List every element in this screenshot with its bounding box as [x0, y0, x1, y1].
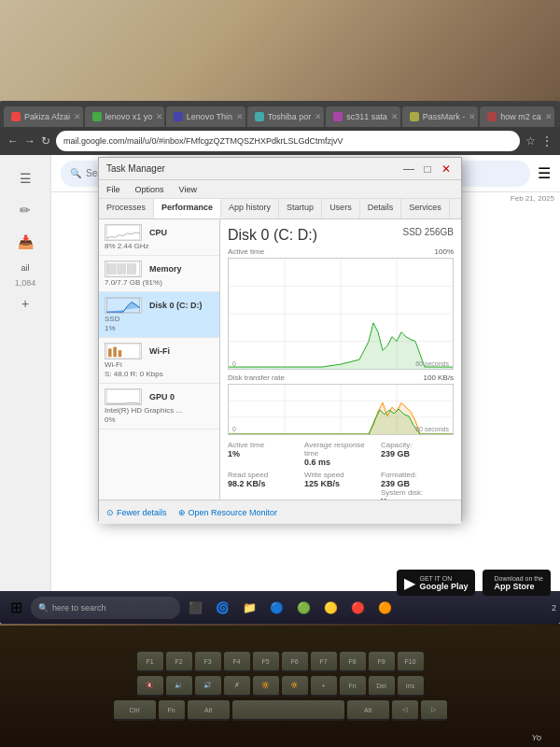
key-f7[interactable]: F7 [311, 652, 337, 672]
tm-tab-details[interactable]: Details [360, 199, 402, 218]
key-ins[interactable]: Ins [398, 676, 424, 697]
browser-tab-5[interactable]: PassMark -✕ [402, 106, 479, 127]
browser-tab-0[interactable]: Pakiza Afzai✕ [4, 106, 83, 127]
tm-process-gpu[interactable]: GPU 0 Intel(R) HD Graphics ... 0% [99, 384, 219, 430]
tm-menu-file[interactable]: File [103, 183, 124, 196]
key-f10[interactable]: F10 [398, 652, 424, 672]
back-icon[interactable]: ← [7, 134, 19, 148]
tm-minimize-button[interactable]: — [401, 162, 416, 176]
taskbar-search[interactable]: 🔍 here to search [31, 597, 180, 619]
cpu-detail: 8% 2.44 GHz [105, 242, 214, 250]
tab-close-icon[interactable]: ✕ [315, 112, 322, 121]
browser-tab-2[interactable]: Lenovo Thin✕ [166, 106, 245, 127]
disk-stats-grid: Active time 1% Average response time 0.6… [228, 441, 454, 500]
key-fn[interactable]: Fn [340, 676, 366, 697]
taskbar-app2[interactable]: 🟡 [318, 596, 343, 620]
taskbar-time: 2 [552, 603, 556, 613]
tm-process-disk[interactable]: Disk 0 (C: D:) SSD 1% [99, 292, 219, 338]
key-del[interactable]: Del [369, 676, 395, 697]
tab-close-icon[interactable]: ✕ [469, 112, 476, 121]
google-play-big: Google Play [419, 582, 468, 591]
taskbar-app3[interactable]: 🔴 [345, 596, 370, 620]
tm-maximize-button[interactable]: □ [420, 162, 435, 176]
fewer-details-button[interactable]: ⊙ Fewer details [106, 508, 167, 517]
tm-menu-view[interactable]: View [175, 183, 201, 196]
inbox-count: 1,084 [9, 276, 42, 289]
key-f2[interactable]: F2 [166, 652, 192, 672]
browser-tab-4[interactable]: sc311 sata✕ [326, 106, 400, 127]
taskbar-right-area: 2 [552, 603, 556, 613]
key-alt[interactable]: Alt [188, 700, 230, 721]
google-play-badge[interactable]: ▶ GET IT ON Google Play [397, 570, 475, 596]
browser-tab-3[interactable]: Toshiba por✕ [247, 106, 324, 127]
taskbar-explorer[interactable]: 📁 [237, 596, 261, 620]
tab-close-icon[interactable]: ✕ [545, 112, 553, 121]
tab-close-icon[interactable]: ✕ [391, 112, 399, 121]
key-brightness-up[interactable]: 🔆 [253, 676, 279, 697]
tm-tab-performance[interactable]: Performance [154, 199, 221, 218]
key-arrow-right[interactable]: ▷ [421, 700, 447, 721]
tab-close-icon[interactable]: ✕ [156, 112, 163, 121]
key-f9[interactable]: F9 [369, 652, 395, 672]
open-monitor-label: Open Resource Monitor [189, 508, 278, 517]
bookmark-icon[interactable]: ☆ [525, 134, 536, 148]
taskbar-chrome[interactable]: 🔵 [264, 596, 288, 620]
key-plus[interactable]: + [311, 676, 337, 697]
browser-tab-6[interactable]: how m2 ca✕ [480, 106, 554, 127]
tm-menu-options[interactable]: Options [132, 183, 168, 196]
tm-tab-services[interactable]: Services [401, 199, 450, 218]
tm-tab-startup[interactable]: Startup [279, 199, 322, 218]
gpu-label: GPU 0 [149, 392, 175, 402]
tm-process-memory[interactable]: Memory 7.0/7.7 GB (91%) [99, 256, 219, 292]
forward-icon[interactable]: → [24, 134, 35, 148]
svg-rect-6 [106, 344, 140, 359]
tab-favicon [255, 112, 264, 121]
key-f5[interactable]: F5 [253, 652, 279, 672]
key-f1[interactable]: F1 [137, 652, 163, 672]
address-bar[interactable]: mail.google.com/mail/u/0/#inbox/FMfcgzQZ… [56, 131, 520, 151]
tm-close-button[interactable]: ✕ [439, 162, 454, 176]
tab-label: Pakiza Afzai [24, 112, 70, 121]
sidebar-add-icon[interactable]: + [11, 289, 39, 317]
browser-tab-1[interactable]: lenovo x1 yo✕ [85, 106, 164, 127]
keyboard-area: F1 F2 F3 F4 F5 F6 F7 F8 F9 F10 🔇 🔉 🔊 ✗ 🔆… [0, 626, 560, 747]
app-store-badge[interactable]: Download on the App Store [483, 570, 551, 596]
key-mute[interactable]: 🔇 [137, 676, 163, 697]
key-vol-down[interactable]: 🔉 [166, 676, 192, 697]
tm-tab-processes[interactable]: Processes [99, 199, 154, 218]
key-f6[interactable]: F6 [282, 652, 308, 672]
key-f8[interactable]: F8 [340, 652, 366, 672]
tm-process-wifi[interactable]: Wi-Fi Wi-Fi S: 48.0 R: 0 Kbps [99, 338, 219, 384]
settings-icon[interactable]: ⋮ [541, 134, 553, 148]
key-ctrl[interactable]: Ctrl [114, 700, 156, 721]
stat-active-time-val: 1% [228, 449, 301, 458]
browser-toolbar: ← → ↻ mail.google.com/mail/u/0/#inbox/FM… [0, 127, 560, 155]
open-resource-monitor-button[interactable]: ⊕ Open Resource Monitor [178, 508, 278, 517]
refresh-icon[interactable]: ↻ [41, 134, 50, 148]
taskbar-edge[interactable]: 🌀 [210, 596, 234, 620]
key-fn2[interactable]: Fn [159, 700, 185, 721]
tm-process-cpu[interactable]: CPU 8% 2.44 GHz [99, 219, 219, 256]
taskbar-taskview[interactable]: ⬛ [183, 596, 207, 620]
key-f4[interactable]: F4 [224, 652, 250, 672]
key-alt-right[interactable]: Alt [347, 700, 389, 721]
key-f3[interactable]: F3 [195, 652, 221, 672]
google-play-icon: ▶ [404, 574, 415, 592]
tm-tab-users[interactable]: Users [322, 199, 360, 218]
taskbar-app1[interactable]: 🟢 [291, 596, 315, 620]
sidebar-inbox-icon[interactable]: 📥 [11, 228, 39, 256]
tab-close-icon[interactable]: ✕ [236, 112, 244, 121]
start-button[interactable]: ⊞ [4, 596, 28, 620]
tm-tab-apphistory[interactable]: App history [221, 199, 279, 218]
tab-close-icon[interactable]: ✕ [74, 112, 81, 121]
key-x[interactable]: ✗ [224, 676, 250, 697]
stat-write-val: 125 KB/s [304, 479, 377, 488]
key-arrow-left[interactable]: ◁ [392, 700, 418, 721]
sidebar-compose-icon[interactable]: ✏ [11, 196, 39, 224]
filter-icon[interactable]: ☰ [538, 164, 551, 182]
key-space[interactable] [232, 700, 344, 721]
taskbar-app4[interactable]: 🟠 [372, 596, 397, 620]
key-vol-up[interactable]: 🔊 [195, 676, 221, 697]
key-brightness-down[interactable]: 🔅 [282, 676, 308, 697]
sidebar-menu-icon[interactable]: ☰ [11, 164, 39, 192]
